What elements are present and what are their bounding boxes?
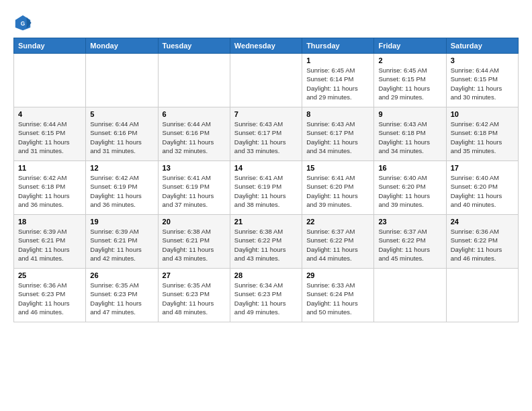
day-info: Sunrise: 6:44 AM Sunset: 6:16 PM Dayligh… (90, 120, 153, 155)
day-info: Sunrise: 6:40 AM Sunset: 6:20 PM Dayligh… (451, 173, 514, 209)
calendar-cell: 17Sunrise: 6:40 AM Sunset: 6:20 PM Dayli… (446, 161, 518, 215)
day-info: Sunrise: 6:40 AM Sunset: 6:20 PM Dayligh… (378, 173, 441, 209)
day-info: Sunrise: 6:39 AM Sunset: 6:21 PM Dayligh… (18, 227, 81, 263)
day-info: Sunrise: 6:45 AM Sunset: 6:14 PM Dayligh… (306, 66, 369, 101)
calendar-cell: 28Sunrise: 6:34 AM Sunset: 6:23 PM Dayli… (230, 269, 302, 322)
day-number: 20 (163, 218, 226, 226)
generalblue-icon: G (13, 13, 32, 32)
weekday-header-friday: Friday (374, 38, 446, 54)
day-number: 14 (234, 164, 298, 172)
calendar-cell: 7Sunrise: 6:43 AM Sunset: 6:17 PM Daylig… (230, 107, 302, 161)
day-number: 22 (306, 218, 369, 226)
day-info: Sunrise: 6:33 AM Sunset: 6:24 PM Dayligh… (306, 281, 369, 316)
calendar-week-row: 25Sunrise: 6:36 AM Sunset: 6:23 PM Dayli… (14, 269, 519, 322)
day-number: 7 (234, 110, 298, 118)
day-info: Sunrise: 6:37 AM Sunset: 6:22 PM Dayligh… (378, 227, 441, 263)
day-info: Sunrise: 6:38 AM Sunset: 6:21 PM Dayligh… (163, 227, 226, 263)
day-info: Sunrise: 6:37 AM Sunset: 6:22 PM Dayligh… (306, 227, 369, 263)
day-number: 12 (90, 164, 153, 172)
day-number: 17 (451, 164, 514, 172)
calendar-cell: 16Sunrise: 6:40 AM Sunset: 6:20 PM Dayli… (374, 161, 446, 215)
day-number: 19 (90, 218, 153, 226)
calendar-cell: 21Sunrise: 6:38 AM Sunset: 6:22 PM Dayli… (230, 215, 302, 269)
calendar-cell: 12Sunrise: 6:42 AM Sunset: 6:19 PM Dayli… (86, 161, 158, 215)
day-number: 24 (451, 218, 514, 226)
day-number: 5 (90, 110, 153, 118)
calendar-cell: 22Sunrise: 6:37 AM Sunset: 6:22 PM Dayli… (302, 215, 374, 269)
day-number: 2 (378, 56, 441, 64)
day-info: Sunrise: 6:39 AM Sunset: 6:21 PM Dayligh… (90, 227, 153, 263)
weekday-header-monday: Monday (86, 38, 158, 54)
day-info: Sunrise: 6:43 AM Sunset: 6:18 PM Dayligh… (378, 120, 441, 155)
day-info: Sunrise: 6:42 AM Sunset: 6:18 PM Dayligh… (18, 173, 81, 209)
calendar-cell (374, 269, 446, 322)
calendar-cell: 6Sunrise: 6:44 AM Sunset: 6:16 PM Daylig… (158, 107, 230, 161)
day-info: Sunrise: 6:44 AM Sunset: 6:15 PM Dayligh… (451, 66, 514, 101)
day-number: 21 (234, 218, 298, 226)
day-number: 4 (18, 110, 81, 118)
day-number: 15 (306, 164, 369, 172)
page: G SundayMondayTuesdayWednesdayThursdayFr… (0, 0, 532, 330)
calendar-cell: 13Sunrise: 6:41 AM Sunset: 6:19 PM Dayli… (158, 161, 230, 215)
day-info: Sunrise: 6:41 AM Sunset: 6:20 PM Dayligh… (306, 173, 369, 209)
day-number: 28 (234, 271, 298, 279)
day-number: 1 (306, 56, 369, 64)
day-number: 10 (451, 110, 514, 118)
calendar-cell: 2Sunrise: 6:45 AM Sunset: 6:15 PM Daylig… (374, 54, 446, 107)
calendar-cell: 8Sunrise: 6:43 AM Sunset: 6:17 PM Daylig… (302, 107, 374, 161)
calendar-cell: 29Sunrise: 6:33 AM Sunset: 6:24 PM Dayli… (302, 269, 374, 322)
calendar-cell: 14Sunrise: 6:41 AM Sunset: 6:19 PM Dayli… (230, 161, 302, 215)
calendar-cell (158, 54, 230, 107)
calendar-cell: 4Sunrise: 6:44 AM Sunset: 6:15 PM Daylig… (14, 107, 86, 161)
day-number: 11 (18, 164, 81, 172)
calendar-cell: 24Sunrise: 6:36 AM Sunset: 6:22 PM Dayli… (446, 215, 518, 269)
day-info: Sunrise: 6:35 AM Sunset: 6:23 PM Dayligh… (90, 281, 153, 316)
day-number: 8 (306, 110, 369, 118)
calendar-cell: 23Sunrise: 6:37 AM Sunset: 6:22 PM Dayli… (374, 215, 446, 269)
day-info: Sunrise: 6:44 AM Sunset: 6:16 PM Dayligh… (163, 120, 226, 155)
weekday-header-wednesday: Wednesday (230, 38, 302, 54)
day-info: Sunrise: 6:41 AM Sunset: 6:19 PM Dayligh… (234, 173, 298, 209)
calendar-header-row: SundayMondayTuesdayWednesdayThursdayFrid… (14, 38, 519, 54)
calendar-week-row: 4Sunrise: 6:44 AM Sunset: 6:15 PM Daylig… (14, 107, 519, 161)
day-info: Sunrise: 6:35 AM Sunset: 6:23 PM Dayligh… (163, 281, 226, 316)
day-info: Sunrise: 6:36 AM Sunset: 6:22 PM Dayligh… (451, 227, 514, 263)
calendar-cell: 5Sunrise: 6:44 AM Sunset: 6:16 PM Daylig… (86, 107, 158, 161)
day-info: Sunrise: 6:38 AM Sunset: 6:22 PM Dayligh… (234, 227, 298, 263)
calendar-cell: 15Sunrise: 6:41 AM Sunset: 6:20 PM Dayli… (302, 161, 374, 215)
day-info: Sunrise: 6:42 AM Sunset: 6:19 PM Dayligh… (90, 173, 153, 209)
day-info: Sunrise: 6:34 AM Sunset: 6:23 PM Dayligh… (234, 281, 298, 316)
day-number: 29 (306, 271, 369, 279)
header-area: G (13, 11, 519, 32)
calendar-cell: 3Sunrise: 6:44 AM Sunset: 6:15 PM Daylig… (446, 54, 518, 107)
calendar-cell: 11Sunrise: 6:42 AM Sunset: 6:18 PM Dayli… (14, 161, 86, 215)
day-info: Sunrise: 6:42 AM Sunset: 6:18 PM Dayligh… (451, 120, 514, 155)
calendar-cell: 1Sunrise: 6:45 AM Sunset: 6:14 PM Daylig… (302, 54, 374, 107)
calendar-cell: 26Sunrise: 6:35 AM Sunset: 6:23 PM Dayli… (86, 269, 158, 322)
day-number: 25 (18, 271, 81, 279)
calendar-cell (14, 54, 86, 107)
calendar-week-row: 11Sunrise: 6:42 AM Sunset: 6:18 PM Dayli… (14, 161, 519, 215)
day-number: 13 (163, 164, 226, 172)
calendar-week-row: 1Sunrise: 6:45 AM Sunset: 6:14 PM Daylig… (14, 54, 519, 107)
calendar-table: SundayMondayTuesdayWednesdayThursdayFrid… (13, 38, 519, 322)
day-number: 23 (378, 218, 441, 226)
weekday-header-sunday: Sunday (14, 38, 86, 54)
calendar-cell: 19Sunrise: 6:39 AM Sunset: 6:21 PM Dayli… (86, 215, 158, 269)
day-number: 18 (18, 218, 81, 226)
calendar-cell: 20Sunrise: 6:38 AM Sunset: 6:21 PM Dayli… (158, 215, 230, 269)
weekday-header-tuesday: Tuesday (158, 38, 230, 54)
calendar-cell: 18Sunrise: 6:39 AM Sunset: 6:21 PM Dayli… (14, 215, 86, 269)
calendar-cell: 10Sunrise: 6:42 AM Sunset: 6:18 PM Dayli… (446, 107, 518, 161)
day-number: 3 (451, 56, 514, 64)
day-number: 27 (163, 271, 226, 279)
day-info: Sunrise: 6:44 AM Sunset: 6:15 PM Dayligh… (18, 120, 81, 155)
day-info: Sunrise: 6:43 AM Sunset: 6:17 PM Dayligh… (306, 120, 369, 155)
day-info: Sunrise: 6:36 AM Sunset: 6:23 PM Dayligh… (18, 281, 81, 316)
calendar-cell (446, 269, 518, 322)
calendar-cell (230, 54, 302, 107)
calendar-cell: 25Sunrise: 6:36 AM Sunset: 6:23 PM Dayli… (14, 269, 86, 322)
day-number: 9 (378, 110, 441, 118)
weekday-header-thursday: Thursday (302, 38, 374, 54)
calendar-cell (86, 54, 158, 107)
